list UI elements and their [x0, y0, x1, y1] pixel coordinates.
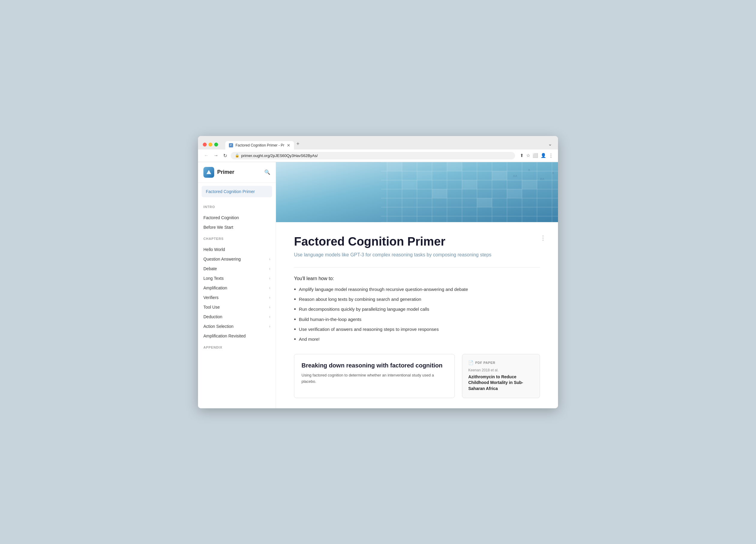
sidebar-item-debate[interactable]: Debate › [198, 264, 276, 274]
svg-rect-23 [387, 162, 402, 171]
sidebar-section-chapters: CHAPTERS [198, 232, 276, 245]
sidebar-item-label: Question Answering [203, 257, 269, 261]
svg-marker-0 [206, 170, 211, 174]
svg-text:ʌʌ: ʌʌ [540, 177, 544, 181]
app-layout: Primer 🔍 Factored Cognition Primer INTRO… [198, 162, 558, 408]
sidebar-item-label: Long Texts [203, 276, 269, 281]
new-tab-button[interactable]: + [294, 140, 302, 148]
sidebar-item-amplification-revisited[interactable]: Amplification Revisited [198, 331, 276, 341]
list-item-text: Amplify language model reasoning through… [299, 286, 468, 293]
list-item: Reason about long texts by combining sea… [294, 296, 540, 303]
sidebar-item-action-selection[interactable]: Action Selection › [198, 322, 276, 331]
lock-icon: 🔒 [235, 153, 239, 158]
bookmark-icon[interactable]: ☆ [526, 153, 530, 158]
forward-button[interactable]: → [212, 152, 220, 159]
sidebar-section-label-chapters: CHAPTERS [203, 237, 270, 240]
svg-rect-30 [507, 189, 522, 198]
chevron-right-icon: › [269, 286, 270, 290]
tab-bar: P Factored Cognition Primer - Pr ✕ + [225, 140, 545, 149]
sidebar-item-label: Before We Start [203, 225, 270, 230]
content-divider [294, 267, 540, 267]
chevron-right-icon: › [269, 257, 270, 261]
svg-rect-28 [462, 180, 477, 189]
sidebar-search-icon[interactable]: 🔍 [264, 169, 270, 175]
tab-view-icon[interactable]: ⬜ [533, 153, 538, 158]
tab-close-button[interactable]: ✕ [287, 143, 290, 147]
sidebar-item-label: Amplification [203, 286, 269, 290]
main-card: Breaking down reasoning with factored co… [294, 354, 455, 398]
sidebar-item-amplification[interactable]: Amplification › [198, 283, 276, 293]
tab-title: Factored Cognition Primer - Pr [235, 143, 284, 147]
browser-options-icon[interactable]: ⋮ [549, 153, 553, 158]
chevron-right-icon: › [269, 296, 270, 300]
sidebar-item-label: Hello World [203, 247, 270, 252]
pdf-title: Azithromycin to Reduce Childhood Mortali… [468, 374, 534, 392]
page-options-button[interactable]: ⋮ [540, 234, 546, 241]
feature-list: Amplify language model reasoning through… [294, 286, 540, 343]
svg-rect-25 [447, 162, 462, 171]
sidebar-current-page-text: Factored Cognition Primer [206, 189, 255, 194]
back-button[interactable]: ← [203, 152, 210, 159]
sidebar-item-question-answering[interactable]: Question Answering › [198, 254, 276, 264]
page-title: Factored Cognition Primer [294, 234, 540, 248]
profile-icon[interactable]: 👤 [541, 153, 546, 158]
content-area: ⋮ Factored Cognition Primer Use language… [276, 222, 558, 408]
sidebar-item-label: Verifiers [203, 295, 269, 300]
sidebar-brand-title: Primer [217, 169, 234, 175]
list-item-text: Reason about long texts by combining sea… [299, 296, 421, 303]
address-bar[interactable]: 🔒 primer.ought.org/2pJES60Qy3HavS62ByAs/ [231, 152, 515, 159]
tab-right-icons: ⌄ [547, 140, 553, 149]
svg-rect-24 [417, 171, 432, 180]
pdf-card[interactable]: 📄 PDF PAPER Keenan 2018 et al. Azithromy… [462, 354, 540, 398]
browser-menu-icon[interactable]: ⌄ [547, 140, 553, 147]
list-item: Build human-in-the-loop agents [294, 316, 540, 323]
sidebar-current-page[interactable]: Factored Cognition Primer [202, 186, 272, 197]
svg-rect-26 [402, 180, 417, 189]
sidebar-section-intro: INTRO [198, 200, 276, 213]
list-item: Run decompositions quickly by paralleliz… [294, 306, 540, 313]
sidebar-section-label-appendix: APPENDIX [203, 346, 270, 349]
svg-rect-31 [477, 198, 492, 207]
sidebar-item-verifiers[interactable]: Verifiers › [198, 293, 276, 302]
tab-favicon: P [229, 143, 233, 147]
card-description: Using factored cognition to determine wh… [301, 372, 447, 385]
sidebar-item-label: Action Selection [203, 324, 269, 329]
browser-addressbar: ← → ↻ 🔒 primer.ought.org/2pJES60Qy3HavS6… [198, 149, 558, 162]
sidebar-header: Primer 🔍 [198, 162, 276, 183]
logo-icon [206, 169, 212, 175]
list-item: Use verification of answers and reasonin… [294, 326, 540, 333]
pdf-badge: 📄 PDF PAPER [468, 360, 534, 365]
main-content: ʌʌ ʌ ʌʌ ʌ ⋮ Factored Cognition Primer Us… [276, 162, 558, 408]
sidebar-item-label: Deduction [203, 314, 269, 319]
sidebar-logo [203, 167, 214, 178]
chevron-right-icon: › [269, 276, 270, 281]
minimize-window-button[interactable] [209, 143, 212, 146]
svg-rect-27 [432, 189, 447, 198]
sidebar-item-factored-cognition[interactable]: Factored Cognition [198, 213, 276, 222]
content-wrapper: ⋮ Factored Cognition Primer Use language… [276, 222, 558, 408]
card-title: Breaking down reasoning with factored co… [301, 362, 447, 369]
browser-tab-active[interactable]: P Factored Cognition Primer - Pr ✕ [225, 141, 294, 149]
traffic-lights [203, 143, 218, 146]
svg-rect-29 [492, 171, 507, 180]
sidebar-item-long-texts[interactable]: Long Texts › [198, 274, 276, 283]
chevron-right-icon: › [269, 266, 270, 271]
sidebar-item-deduction[interactable]: Deduction › [198, 312, 276, 322]
sidebar-item-label: Tool Use [203, 305, 269, 310]
list-item: And more! [294, 336, 540, 343]
pdf-icon: 📄 [468, 360, 473, 365]
browser-chrome: P Factored Cognition Primer - Pr ✕ + ⌄ ←… [198, 136, 558, 162]
sidebar-item-before-we-start[interactable]: Before We Start [198, 222, 276, 232]
sidebar-item-label: Amplification Revisited [203, 334, 270, 338]
maximize-window-button[interactable] [214, 143, 218, 146]
svg-text:ʌ: ʌ [552, 171, 554, 175]
close-window-button[interactable] [203, 143, 207, 146]
sidebar-brand: Primer [203, 167, 234, 178]
address-text: primer.ought.org/2pJES60Qy3HavS62ByAs/ [241, 153, 511, 158]
share-icon[interactable]: ⬆ [520, 153, 524, 158]
list-item-text: Build human-in-the-loop agents [299, 316, 361, 323]
refresh-button[interactable]: ↻ [222, 152, 228, 159]
sidebar-item-tool-use[interactable]: Tool Use › [198, 302, 276, 312]
sidebar-item-hello-world[interactable]: Hello World [198, 245, 276, 254]
hero-pattern: ʌʌ ʌ ʌʌ ʌ [276, 162, 558, 222]
